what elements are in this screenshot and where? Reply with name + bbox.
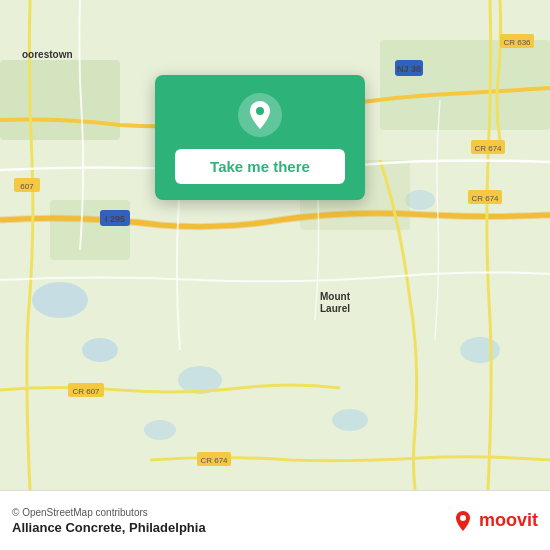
svg-text:CR 674: CR 674 <box>200 456 228 465</box>
svg-text:607: 607 <box>20 182 34 191</box>
svg-point-7 <box>332 409 368 431</box>
svg-text:CR 674: CR 674 <box>474 144 502 153</box>
svg-text:I 295: I 295 <box>105 214 125 224</box>
svg-rect-9 <box>380 40 550 130</box>
location-pin-icon <box>238 93 282 137</box>
svg-text:CR 674: CR 674 <box>471 194 499 203</box>
location-card: Take me there <box>155 75 365 200</box>
svg-point-35 <box>460 515 466 521</box>
svg-text:Mount: Mount <box>320 291 351 302</box>
svg-point-6 <box>460 337 500 363</box>
svg-text:CR 607: CR 607 <box>72 387 100 396</box>
svg-text:Laurel: Laurel <box>320 303 350 314</box>
svg-point-34 <box>256 107 264 115</box>
take-me-there-button[interactable]: Take me there <box>175 149 345 184</box>
svg-rect-8 <box>0 60 120 140</box>
svg-point-1 <box>32 282 88 318</box>
location-name: Alliance Concrete, Philadelphia <box>12 520 206 535</box>
svg-text:CR 636: CR 636 <box>503 38 531 47</box>
svg-point-2 <box>82 338 118 362</box>
bottom-bar: © OpenStreetMap contributors Alliance Co… <box>0 490 550 550</box>
moovit-logo-text: moovit <box>479 510 538 531</box>
svg-text:oorestown: oorestown <box>22 49 73 60</box>
svg-point-4 <box>144 420 176 440</box>
map-svg: I 295 NJ 38 NJ 38 607 CR 674 CR 636 CR 6… <box>0 0 550 490</box>
bottom-left-info: © OpenStreetMap contributors Alliance Co… <box>12 507 206 535</box>
svg-rect-11 <box>50 200 130 260</box>
moovit-pin-icon <box>451 509 475 533</box>
svg-text:NJ 38: NJ 38 <box>397 64 421 74</box>
osm-attribution: © OpenStreetMap contributors <box>12 507 206 518</box>
moovit-logo: moovit <box>451 509 538 533</box>
map-container: I 295 NJ 38 NJ 38 607 CR 674 CR 636 CR 6… <box>0 0 550 490</box>
